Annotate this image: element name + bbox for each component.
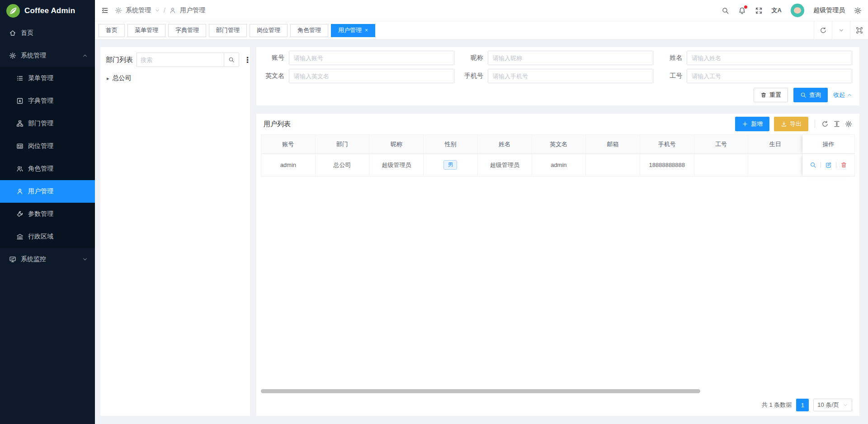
tab-label: 角色管理 bbox=[297, 26, 321, 34]
reset-button[interactable]: 重置 bbox=[754, 88, 788, 102]
cell-gender: 男 bbox=[424, 154, 478, 176]
tab-label: 部门管理 bbox=[216, 26, 240, 34]
tab-dict-management[interactable]: 字典管理 bbox=[168, 24, 206, 37]
tab-menu-management[interactable]: 菜单管理 bbox=[127, 24, 165, 37]
sidebar-item-dept-management[interactable]: 部门管理 bbox=[0, 112, 95, 135]
column-header-birthday: 生日 bbox=[748, 134, 802, 154]
sidebar-item-label: 用户管理 bbox=[28, 187, 53, 195]
tab-home[interactable]: 首页 bbox=[99, 24, 125, 37]
column-settings-button[interactable] bbox=[845, 120, 852, 128]
add-button-label: 新增 bbox=[751, 120, 763, 128]
sidebar-item-label: 参数管理 bbox=[28, 210, 53, 218]
gear-icon bbox=[9, 52, 16, 59]
sidebar: Coffee Admin 首页 系统管理 菜单管理 字典管理 部门管理 bbox=[0, 0, 95, 424]
maximize-content-button[interactable] bbox=[850, 21, 868, 39]
user-list-toolbar: 新增 导出 bbox=[735, 117, 852, 131]
view-row-icon[interactable] bbox=[810, 162, 816, 168]
account-input[interactable] bbox=[289, 51, 454, 65]
fullscreen-icon[interactable] bbox=[755, 7, 763, 14]
column-header-nickname: 昵称 bbox=[369, 134, 424, 154]
table-row[interactable]: admin 总公司 超级管理员 男 超级管理员 admin 1888888888… bbox=[261, 154, 855, 176]
collapse-label: 收起 bbox=[833, 91, 845, 99]
current-user-name[interactable]: 超级管理员 bbox=[813, 6, 845, 14]
horizontal-scrollbar[interactable] bbox=[261, 389, 855, 393]
phone-input[interactable] bbox=[488, 69, 653, 83]
tab-post-management[interactable]: 岗位管理 bbox=[250, 24, 288, 37]
notification-badge bbox=[744, 5, 747, 9]
en-name-input[interactable] bbox=[289, 69, 454, 83]
tab-user-management[interactable]: 用户管理 × bbox=[331, 24, 375, 37]
delete-row-icon[interactable] bbox=[840, 162, 847, 168]
sidebar-item-param-management[interactable]: 参数管理 bbox=[0, 203, 95, 225]
tree-node-label: 总公司 bbox=[113, 74, 132, 82]
add-user-button[interactable]: 新增 bbox=[735, 117, 769, 131]
avatar[interactable] bbox=[791, 4, 804, 17]
cell-operations bbox=[802, 154, 855, 176]
refresh-table-button[interactable] bbox=[821, 120, 829, 128]
person-icon bbox=[169, 7, 176, 14]
page-number-button[interactable]: 1 bbox=[796, 399, 809, 411]
refresh-icon bbox=[820, 27, 827, 34]
topbar-actions: 文A 超级管理员 bbox=[722, 4, 862, 17]
chevron-up-icon bbox=[82, 53, 88, 58]
name-input[interactable] bbox=[687, 51, 852, 65]
sidebar-item-menu-management[interactable]: 菜单管理 bbox=[0, 67, 95, 90]
id-card-icon bbox=[16, 143, 24, 150]
wrench-icon bbox=[16, 210, 24, 218]
sidebar-item-post-management[interactable]: 岗位管理 bbox=[0, 135, 95, 157]
menu-fold-icon[interactable] bbox=[101, 7, 108, 14]
tree-caret-icon[interactable]: ▸ bbox=[107, 76, 109, 81]
monitor-board-icon bbox=[9, 256, 16, 263]
field-nickname: 昵称 bbox=[462, 51, 653, 65]
list-icon bbox=[16, 75, 24, 82]
leaf-logo-icon bbox=[6, 4, 20, 18]
department-search-input[interactable] bbox=[137, 52, 224, 67]
scrollbar-thumb[interactable] bbox=[261, 389, 700, 393]
sidebar-nav: 首页 系统管理 菜单管理 字典管理 部门管理 岗位管理 bbox=[0, 22, 95, 271]
sidebar-item-system-monitor[interactable]: 系统监控 bbox=[0, 248, 95, 271]
cell-email bbox=[586, 154, 640, 176]
sidebar-item-role-management[interactable]: 角色管理 bbox=[0, 157, 95, 180]
chevron-down-icon[interactable] bbox=[155, 8, 160, 13]
tree-node-root[interactable]: ▸ 总公司 bbox=[106, 73, 245, 83]
nickname-input[interactable] bbox=[488, 51, 653, 65]
reset-button-label: 重置 bbox=[769, 91, 781, 99]
column-header-account: 账号 bbox=[261, 134, 316, 154]
translate-icon[interactable]: 文A bbox=[772, 6, 782, 14]
notification-bell[interactable] bbox=[738, 7, 746, 14]
tab-close-icon[interactable]: × bbox=[365, 28, 368, 33]
edit-row-icon[interactable] bbox=[825, 162, 832, 168]
query-button[interactable]: 查询 bbox=[793, 88, 828, 102]
breadcrumb: 系统管理 / 用户管理 bbox=[101, 6, 205, 14]
tab-options-button[interactable] bbox=[832, 21, 850, 39]
sidebar-item-dict-management[interactable]: 字典管理 bbox=[0, 90, 95, 112]
breadcrumb-level1[interactable]: 系统管理 bbox=[126, 6, 151, 14]
sidebar-item-admin-region[interactable]: 行政区域 bbox=[0, 225, 95, 248]
cell-nickname: 超级管理员 bbox=[369, 154, 424, 176]
sidebar-item-home[interactable]: 首页 bbox=[0, 22, 95, 44]
column-header-operations: 操作 bbox=[802, 134, 855, 154]
cell-job-no bbox=[694, 154, 749, 176]
sidebar-item-label: 行政区域 bbox=[28, 233, 53, 241]
settings-gear-icon[interactable] bbox=[854, 7, 862, 14]
sidebar-item-system-management[interactable]: 系统管理 bbox=[0, 44, 95, 67]
field-label: 姓名 bbox=[661, 54, 687, 62]
tab-role-management[interactable]: 角色管理 bbox=[290, 24, 328, 37]
job-no-input[interactable] bbox=[687, 69, 852, 83]
sidebar-item-user-management[interactable]: 用户管理 bbox=[0, 180, 95, 203]
tab-dept-management[interactable]: 部门管理 bbox=[209, 24, 247, 37]
sidebar-item-label: 部门管理 bbox=[28, 119, 53, 128]
page-size-select[interactable]: 10 条/页 bbox=[813, 399, 852, 411]
search-icon[interactable] bbox=[722, 7, 729, 14]
plus-icon bbox=[742, 121, 748, 127]
export-button-label: 导出 bbox=[790, 120, 802, 128]
row-height-button[interactable] bbox=[833, 120, 840, 128]
sidebar-item-label: 首页 bbox=[21, 29, 33, 37]
gear-icon bbox=[115, 7, 122, 14]
collapse-form-link[interactable]: 收起 bbox=[833, 91, 852, 99]
department-search-button[interactable] bbox=[224, 52, 239, 67]
refresh-tab-button[interactable] bbox=[814, 21, 832, 39]
cell-name: 超级管理员 bbox=[478, 154, 532, 176]
export-button[interactable]: 导出 bbox=[774, 117, 808, 131]
kebab-menu-icon[interactable]: ⋮ bbox=[243, 55, 252, 65]
